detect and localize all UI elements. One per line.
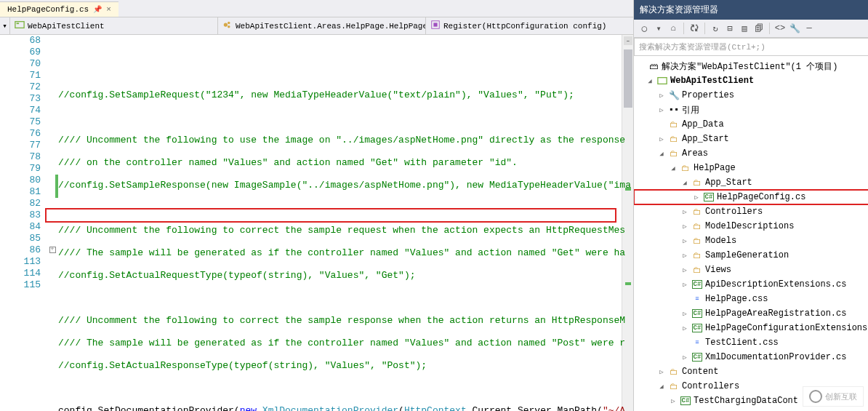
csharp-file-icon: C# bbox=[691, 322, 703, 334]
nav-dropdown-button[interactable]: ▾ bbox=[0, 17, 10, 34]
node-controllers[interactable]: ▷🗀Controllers bbox=[634, 204, 868, 219]
folder-icon: 🗀 bbox=[680, 162, 691, 174]
class-icon bbox=[222, 20, 233, 32]
svg-point-2 bbox=[224, 23, 228, 26]
node-appstart[interactable]: ▷🗀App_Start bbox=[634, 132, 868, 146]
node-helppagearea[interactable]: ▷C#HelpPageAreaRegistration.cs bbox=[634, 306, 868, 321]
forward-icon[interactable]: ▾ bbox=[653, 23, 664, 34]
method-icon bbox=[430, 20, 441, 32]
nav-project[interactable]: WebApiTestClient bbox=[10, 17, 218, 34]
logo-icon bbox=[809, 390, 822, 403]
node-content[interactable]: ▷🗀Content bbox=[634, 364, 868, 379]
node-models[interactable]: ▷🗀Models bbox=[634, 234, 868, 248]
navigation-bar: ▾ WebApiTestClient WebApiTestClient.Area… bbox=[0, 17, 633, 35]
refresh-icon[interactable]: ↻ bbox=[710, 23, 721, 34]
folder-icon: 🗀 bbox=[668, 366, 680, 378]
csharp-file-icon: C# bbox=[703, 191, 715, 203]
nav-namespace[interactable]: WebApiTestClient.Areas.HelpPage.HelpPage bbox=[218, 17, 426, 34]
properties-icon[interactable]: <> bbox=[774, 23, 786, 34]
svg-rect-1 bbox=[17, 23, 20, 24]
wrench-icon[interactable]: 🔧 bbox=[789, 23, 800, 34]
node-helppageconfig[interactable]: ▷C#HelpPageConfig.cs bbox=[634, 190, 868, 204]
folder-icon: 🗀 bbox=[668, 133, 680, 145]
code-editor[interactable]: 6869707172737475767778798081828384858611… bbox=[0, 35, 633, 411]
solution-tree[interactable]: 🗃解决方案"WebApiTestClient"(1 个项目) ◢WebApiTe… bbox=[634, 56, 868, 411]
solution-icon: 🗃 bbox=[648, 60, 659, 72]
svg-rect-7 bbox=[658, 78, 667, 84]
node-appstart2[interactable]: ◢🗀App_Start bbox=[634, 175, 868, 190]
solution-toolbar: ◯ ▾ ⌂ 🗘 ↻ ⊟ ▤ 🗐 <> 🔧 — bbox=[634, 20, 868, 38]
node-properties[interactable]: ▷🔧Properties bbox=[634, 88, 868, 103]
svg-point-3 bbox=[228, 22, 230, 25]
node-samplegen[interactable]: ▷🗀SampleGeneration bbox=[634, 248, 868, 263]
solution-root[interactable]: 🗃解决方案"WebApiTestClient"(1 个项目) bbox=[634, 59, 868, 73]
folder-icon: 🗀 bbox=[691, 235, 703, 247]
sync-icon[interactable]: 🗘 bbox=[688, 23, 700, 34]
node-fonts[interactable]: ▷🗀fonts bbox=[634, 408, 868, 411]
project-node[interactable]: ◢WebApiTestClient bbox=[634, 73, 868, 88]
node-areas[interactable]: ◢🗀Areas bbox=[634, 146, 868, 161]
node-helppageconfext[interactable]: ▷C#HelpPageConfigurationExtensions.cs bbox=[634, 321, 868, 335]
folder-icon: 🗀 bbox=[691, 250, 703, 261]
folder-icon: 🗀 bbox=[668, 119, 680, 130]
fold-column: + bbox=[47, 35, 58, 411]
node-helppagecss[interactable]: ≡HelpPage.css bbox=[634, 292, 868, 306]
node-xmldoc[interactable]: ▷C#XmlDocumentationProvider.cs bbox=[634, 350, 868, 364]
node-appdata[interactable]: 🗀App_Data bbox=[634, 117, 868, 132]
editor-pane: HelpPageConfig.cs 📌 × ▾ WebApiTestClient… bbox=[0, 0, 634, 411]
node-testclientcss[interactable]: ≡TestClient.css bbox=[634, 335, 868, 350]
show-all-icon[interactable]: ▤ bbox=[739, 23, 750, 34]
svg-rect-0 bbox=[15, 22, 24, 28]
folder-icon: 🗀 bbox=[691, 177, 703, 188]
csharp-file-icon: C# bbox=[680, 395, 691, 407]
pin-icon[interactable]: 📌 bbox=[93, 5, 102, 14]
csharp-file-icon: C# bbox=[691, 279, 703, 290]
css-file-icon: ≡ bbox=[691, 337, 703, 348]
csharp-file-icon: C# bbox=[691, 308, 703, 319]
node-helppage[interactable]: ◢🗀HelpPage bbox=[634, 161, 868, 175]
panel-title: 解决方案资源管理器 bbox=[634, 0, 868, 20]
solution-explorer: 解决方案资源管理器 ◯ ▾ ⌂ 🗘 ↻ ⊟ ▤ 🗐 <> 🔧 — 搜索解决方案资… bbox=[634, 0, 868, 411]
line-numbers: 6869707172737475767778798081828384858611… bbox=[0, 35, 47, 411]
node-modeldesc[interactable]: ▷🗀ModelDescriptions bbox=[634, 219, 868, 234]
project-icon bbox=[15, 20, 25, 32]
dash-icon[interactable]: — bbox=[803, 23, 815, 34]
node-apidesc[interactable]: ▷C#ApiDescriptionExtensions.cs bbox=[634, 277, 868, 292]
svg-rect-6 bbox=[433, 23, 437, 26]
folder-icon: 🗀 bbox=[668, 380, 680, 392]
folder-icon: 🗀 bbox=[691, 220, 703, 232]
csharp-project-icon bbox=[656, 75, 668, 87]
folder-icon: 🗀 bbox=[668, 148, 680, 159]
node-views[interactable]: ▷🗀Views bbox=[634, 263, 868, 277]
folder-icon: 🗀 bbox=[691, 206, 703, 218]
node-references[interactable]: ▷▪▪引用 bbox=[634, 103, 868, 117]
back-icon[interactable]: ◯ bbox=[638, 23, 650, 34]
svg-point-4 bbox=[228, 25, 230, 28]
fold-toggle[interactable]: + bbox=[49, 247, 56, 253]
close-icon[interactable]: × bbox=[106, 5, 111, 14]
document-tabs: HelpPageConfig.cs 📌 × bbox=[0, 0, 633, 17]
solution-search[interactable]: 搜索解决方案资源管理器(Ctrl+;) bbox=[634, 38, 868, 56]
wrench-icon: 🔧 bbox=[668, 89, 680, 101]
csharp-file-icon: C# bbox=[691, 351, 703, 363]
references-icon: ▪▪ bbox=[668, 104, 680, 116]
tab-helppageconfig[interactable]: HelpPageConfig.cs 📌 × bbox=[0, 1, 118, 17]
nav-method[interactable]: Register(HttpConfiguration config) bbox=[426, 17, 633, 34]
collapse-icon[interactable]: ⊟ bbox=[724, 23, 736, 34]
code-content[interactable]: //config.SetSampleRequest("1234", new Me… bbox=[58, 35, 633, 411]
folder-icon: 🗀 bbox=[691, 264, 703, 276]
css-file-icon: ≡ bbox=[691, 293, 703, 305]
copy-icon[interactable]: 🗐 bbox=[753, 23, 765, 34]
home-icon[interactable]: ⌂ bbox=[667, 23, 679, 34]
watermark: 创新互联 bbox=[803, 386, 864, 407]
tab-label: HelpPageConfig.cs bbox=[7, 5, 89, 14]
